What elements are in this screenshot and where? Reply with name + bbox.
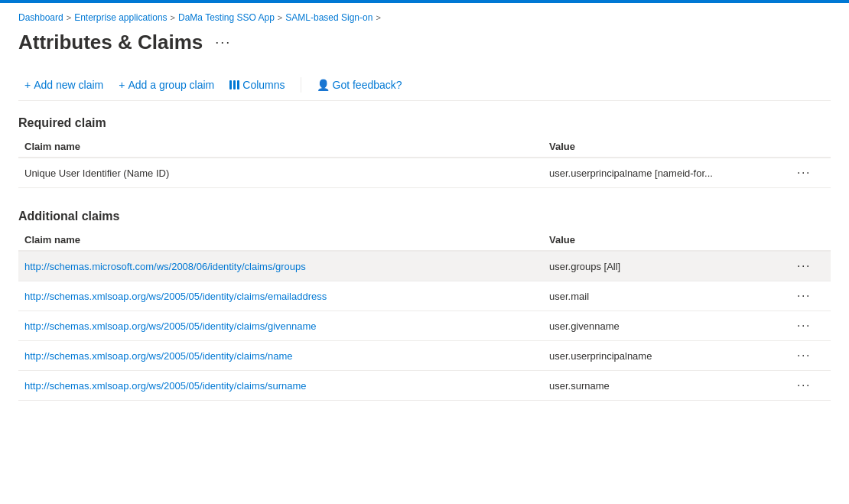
required-claim-name-cell: Unique User Identifier (Name ID) [24, 167, 549, 179]
additional-claim-menu-cell-1: ··· [794, 288, 825, 304]
breadcrumb-enterprise-apps[interactable]: Enterprise applications [74, 12, 167, 23]
additional-claim-value-cell-2: user.givenname [549, 320, 794, 332]
toolbar-divider [301, 77, 301, 93]
additional-claim-value-cell-3: user.userprincipalname [549, 350, 794, 362]
additional-claim-ellipsis-button-0[interactable]: ··· [794, 258, 814, 275]
required-claim-actions-header [794, 141, 825, 152]
required-claim-section-title: Required claim [18, 116, 831, 130]
additional-claim-ellipsis-button-3[interactable]: ··· [794, 347, 814, 364]
additional-claim-value-cell-0: user.groups [All] [549, 261, 794, 272]
additional-claim-name-cell-1[interactable]: http://schemas.xmlsoap.org/ws/2005/05/id… [24, 291, 549, 302]
breadcrumb-sep-2: > [171, 13, 175, 22]
page-more-options-button[interactable]: ··· [210, 33, 236, 52]
feedback-button[interactable]: 👤 Got feedback? [311, 76, 408, 94]
additional-claims-section-title: Additional claims [18, 210, 831, 223]
breadcrumb-saml[interactable]: SAML-based Sign-on [285, 12, 372, 23]
columns-icon [229, 80, 239, 89]
breadcrumb-sep-4: > [376, 13, 380, 22]
additional-claim-menu-cell-3: ··· [794, 347, 825, 364]
additional-claim-name-cell-3[interactable]: http://schemas.xmlsoap.org/ws/2005/05/id… [24, 350, 549, 362]
add-group-claim-button[interactable]: + Add a group claim [112, 76, 220, 94]
additional-claim-value-cell-1: user.mail [549, 291, 794, 302]
required-claim-value-cell: user.userprincipalname [nameid-for... [549, 167, 794, 179]
additional-claim-value-cell-4: user.surname [549, 380, 794, 392]
add-new-claim-plus-icon: + [24, 79, 31, 91]
columns-button[interactable]: Columns [223, 76, 291, 94]
add-group-claim-plus-icon: + [119, 79, 125, 91]
additional-claim-value-header: Value [549, 234, 794, 245]
required-claim-menu-cell: ··· [794, 164, 825, 181]
additional-claim-name-cell-2[interactable]: http://schemas.xmlsoap.org/ws/2005/05/id… [24, 320, 549, 332]
additional-claim-name-cell-4[interactable]: http://schemas.xmlsoap.org/ws/2005/05/id… [24, 380, 549, 392]
required-claim-ellipsis-button[interactable]: ··· [794, 164, 814, 181]
add-new-claim-button[interactable]: + Add new claim [18, 76, 109, 94]
page-title-row: Attributes & Claims ··· [18, 31, 831, 54]
breadcrumb-dashboard[interactable]: Dashboard [18, 12, 63, 23]
additional-claim-name-header: Claim name [24, 234, 549, 245]
add-new-claim-label: Add new claim [34, 79, 103, 91]
required-claim-name-header: Claim name [24, 141, 549, 152]
breadcrumb-sep-1: > [67, 13, 71, 22]
additional-claims-section: Additional claims Claim name Value http:… [18, 210, 831, 401]
additional-claim-menu-cell-2: ··· [794, 317, 825, 334]
additional-claim-actions-header [794, 234, 825, 245]
additional-claim-ellipsis-button-1[interactable]: ··· [794, 288, 814, 304]
page-container: Dashboard > Enterprise applications > Da… [0, 3, 849, 441]
additional-claim-name-cell-0[interactable]: http://schemas.microsoft.com/ws/2008/06/… [24, 261, 549, 272]
required-claims-section: Required claim Claim name Value Unique U… [18, 116, 831, 188]
table-row: http://schemas.xmlsoap.org/ws/2005/05/id… [18, 281, 831, 311]
table-row: http://schemas.xmlsoap.org/ws/2005/05/id… [18, 341, 831, 371]
page-title: Attributes & Claims [18, 31, 203, 54]
table-row: http://schemas.xmlsoap.org/ws/2005/05/id… [18, 311, 831, 341]
breadcrumb-app-name[interactable]: DaMa Testing SSO App [178, 12, 275, 23]
additional-claim-ellipsis-button-4[interactable]: ··· [794, 377, 814, 394]
additional-claim-ellipsis-button-2[interactable]: ··· [794, 317, 814, 334]
breadcrumb: Dashboard > Enterprise applications > Da… [18, 12, 831, 23]
breadcrumb-sep-3: > [278, 13, 282, 22]
required-claim-header-row: Claim name Value [18, 136, 831, 158]
add-group-claim-label: Add a group claim [128, 79, 214, 91]
table-row: http://schemas.microsoft.com/ws/2008/06/… [18, 252, 831, 281]
additional-claim-menu-cell-0: ··· [794, 258, 825, 275]
table-row: Unique User Identifier (Name ID) user.us… [18, 158, 831, 188]
feedback-icon: 👤 [317, 79, 330, 91]
additional-claims-header-row: Claim name Value [18, 229, 831, 252]
additional-claim-menu-cell-4: ··· [794, 377, 825, 394]
required-claim-value-header: Value [549, 141, 794, 152]
toolbar: + Add new claim + Add a group claim Colu… [18, 70, 831, 101]
columns-label: Columns [242, 79, 285, 91]
feedback-label: Got feedback? [333, 79, 402, 91]
table-row: http://schemas.xmlsoap.org/ws/2005/05/id… [18, 371, 831, 401]
